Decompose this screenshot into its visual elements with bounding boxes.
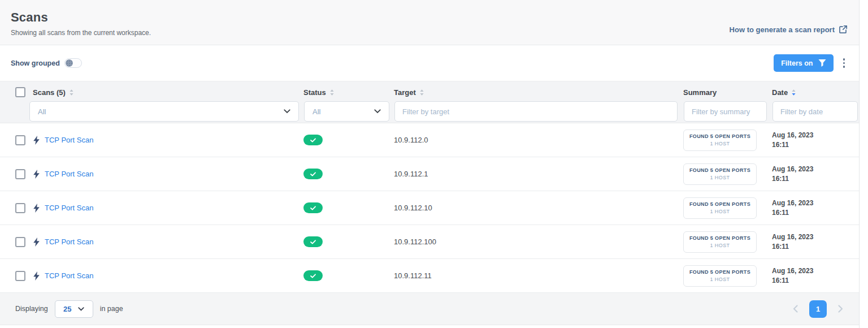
scan-name-link[interactable]: TCP Port Scan xyxy=(45,271,93,280)
more-options-kebab-icon[interactable] xyxy=(840,56,848,70)
displaying-label: Displaying xyxy=(15,305,48,313)
target-value: 10.9.112.0 xyxy=(394,136,428,144)
show-grouped-label: Show grouped xyxy=(11,59,60,67)
status-filter-select[interactable]: All xyxy=(304,101,389,122)
page-size-select[interactable]: 25 xyxy=(55,300,93,318)
check-icon xyxy=(310,206,316,210)
column-label-scans: Scans (5) xyxy=(33,88,66,97)
filters-button-label: Filters on xyxy=(781,59,813,67)
date-filter-input[interactable] xyxy=(772,101,858,122)
row-date-cell: Aug 16, 2023 16:11 xyxy=(772,165,859,183)
summary-secondary-text: 1 HOST xyxy=(710,277,730,282)
table-body: TCP Port Scan 10.9.112.0 FOUND 5 OPEN PO… xyxy=(0,123,859,293)
summary-secondary-text: 1 HOST xyxy=(710,243,730,248)
summary-primary-text: FOUND 5 OPEN PORTS xyxy=(689,133,750,139)
row-summary-cell: FOUND 5 OPEN PORTS 1 HOST xyxy=(683,265,772,287)
scan-name-link[interactable]: TCP Port Scan xyxy=(45,204,93,212)
check-icon xyxy=(310,274,316,278)
table-row: TCP Port Scan 10.9.112.1 FOUND 5 OPEN PO… xyxy=(0,157,859,191)
chevron-down-icon xyxy=(78,307,84,311)
sort-scans[interactable]: Scans (5) xyxy=(33,88,74,97)
row-date-cell: Aug 16, 2023 16:11 xyxy=(772,267,859,284)
sort-status[interactable]: Status xyxy=(303,88,335,97)
show-grouped-control: Show grouped xyxy=(11,58,82,68)
row-name-cell: TCP Port Scan xyxy=(33,170,303,179)
row-target-cell: 10.9.112.10 xyxy=(394,204,683,212)
show-grouped-toggle[interactable] xyxy=(64,58,82,68)
column-label-status: Status xyxy=(303,88,326,97)
table-row: TCP Port Scan 10.9.112.0 FOUND 5 OPEN PO… xyxy=(0,123,859,157)
sort-target[interactable]: Target xyxy=(394,88,424,97)
scan-name-link[interactable]: TCP Port Scan xyxy=(45,238,93,246)
check-icon xyxy=(310,172,316,176)
scan-name-link[interactable]: TCP Port Scan xyxy=(45,136,93,144)
summary-badge[interactable]: FOUND 5 OPEN PORTS 1 HOST xyxy=(683,265,757,287)
page-number-button[interactable]: 1 xyxy=(809,300,827,318)
scan-type-filter-select[interactable]: All xyxy=(29,101,299,122)
page-header: Scans Showing all scans from the current… xyxy=(0,0,859,45)
date-value: Aug 16, 2023 xyxy=(772,165,813,173)
row-date-cell: Aug 16, 2023 16:11 xyxy=(772,131,859,149)
lightning-bolt-icon xyxy=(33,136,40,145)
scan-type-filter-value: All xyxy=(38,107,46,116)
sort-icon-scans xyxy=(69,89,74,96)
time-value: 16:11 xyxy=(772,209,813,217)
row-checkbox[interactable] xyxy=(15,135,25,145)
table-footer: Displaying 25 in page 1 xyxy=(0,293,859,325)
header-cell-date: Date xyxy=(772,88,859,97)
row-checkbox-cell xyxy=(15,135,33,145)
header-cell-target: Target xyxy=(394,88,683,97)
column-label-target: Target xyxy=(394,88,416,97)
summary-filter-input[interactable] xyxy=(684,101,767,122)
date-value: Aug 16, 2023 xyxy=(772,267,813,275)
target-filter-input[interactable] xyxy=(394,101,678,122)
summary-badge[interactable]: FOUND 5 OPEN PORTS 1 HOST xyxy=(683,231,757,253)
next-page-icon[interactable] xyxy=(836,303,845,315)
check-icon xyxy=(310,138,316,143)
sort-date[interactable]: Date xyxy=(772,88,796,97)
status-success-badge xyxy=(303,236,323,247)
row-checkbox[interactable] xyxy=(15,271,25,281)
lightning-bolt-icon xyxy=(33,204,40,213)
scan-name-link[interactable]: TCP Port Scan xyxy=(45,170,93,178)
row-checkbox-cell xyxy=(15,237,33,247)
row-status-cell xyxy=(303,202,394,213)
row-summary-cell: FOUND 5 OPEN PORTS 1 HOST xyxy=(683,197,772,219)
filter-funnel-icon xyxy=(818,59,826,67)
page-subtitle: Showing all scans from the current works… xyxy=(11,29,151,37)
status-success-badge xyxy=(303,202,323,213)
target-value: 10.9.112.1 xyxy=(394,170,428,178)
filters-on-button[interactable]: Filters on xyxy=(774,54,833,72)
lightning-bolt-icon xyxy=(33,238,40,247)
time-value: 16:11 xyxy=(772,175,813,183)
row-checkbox[interactable] xyxy=(15,203,25,213)
summary-secondary-text: 1 HOST xyxy=(710,175,730,180)
row-status-cell xyxy=(303,135,394,145)
date-value: Aug 16, 2023 xyxy=(772,233,813,241)
table-header-row: Scans (5) Status Target xyxy=(0,81,859,100)
previous-page-icon[interactable] xyxy=(791,303,800,315)
select-all-checkbox[interactable] xyxy=(15,87,25,97)
lightning-bolt-icon xyxy=(33,170,40,179)
in-page-label: in page xyxy=(100,305,123,313)
row-checkbox-cell xyxy=(15,169,33,179)
summary-secondary-text: 1 HOST xyxy=(710,209,730,214)
chevron-down-icon xyxy=(284,109,290,114)
status-success-badge xyxy=(303,135,323,145)
column-label-summary: Summary xyxy=(683,88,717,97)
summary-badge[interactable]: FOUND 5 OPEN PORTS 1 HOST xyxy=(683,130,757,151)
page-header-text: Scans Showing all scans from the current… xyxy=(11,10,151,37)
help-link[interactable]: How to generate a scan report xyxy=(730,25,848,34)
row-checkbox[interactable] xyxy=(15,169,25,179)
row-checkbox-cell xyxy=(15,203,33,213)
lightning-bolt-icon xyxy=(33,271,40,280)
row-target-cell: 10.9.112.11 xyxy=(394,271,683,280)
page-size-control: Displaying 25 in page xyxy=(15,300,123,318)
table-row: TCP Port Scan 10.9.112.100 FOUND 5 OPEN … xyxy=(0,225,859,259)
row-checkbox[interactable] xyxy=(15,237,25,247)
status-success-badge xyxy=(303,169,323,179)
header-cell-summary: Summary xyxy=(683,88,772,97)
scans-page: Scans Showing all scans from the current… xyxy=(0,0,860,328)
summary-badge[interactable]: FOUND 5 OPEN PORTS 1 HOST xyxy=(683,197,757,219)
summary-badge[interactable]: FOUND 5 OPEN PORTS 1 HOST xyxy=(683,163,757,185)
